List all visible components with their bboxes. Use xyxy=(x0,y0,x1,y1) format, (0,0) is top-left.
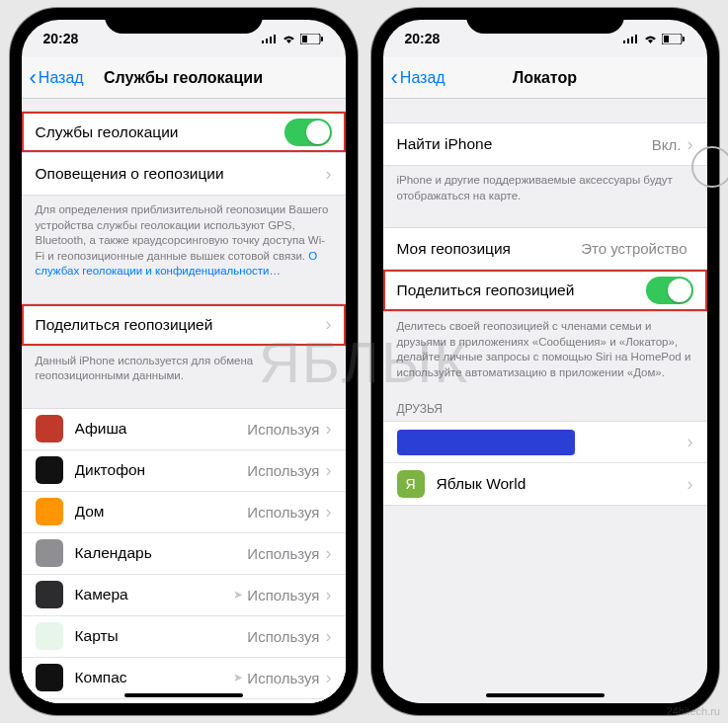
app-status: Используя xyxy=(247,504,319,521)
wifi-icon xyxy=(282,34,296,44)
location-arrow-icon: ➤ xyxy=(233,588,243,602)
chevron-right-icon: › xyxy=(326,419,332,440)
chevron-right-icon: › xyxy=(326,543,332,564)
svg-rect-1 xyxy=(266,39,268,43)
battery-icon xyxy=(662,34,686,44)
location-arrow-icon: ➤ xyxy=(233,671,243,684)
row-geo-alerts[interactable]: Оповещения о геопозиции › xyxy=(22,153,346,195)
corner-watermark: 24hitech.ru xyxy=(667,705,720,717)
row-location-services[interactable]: Службы геолокации xyxy=(22,112,346,153)
navbar: ‹ Назад Службы геолокации xyxy=(22,57,346,99)
row-share-location[interactable]: Поделиться геопозицией xyxy=(383,270,707,311)
battery-icon xyxy=(300,34,324,44)
row-app[interactable]: АфишаИспользуя› xyxy=(22,409,346,450)
row-app[interactable]: Локатор➤Используя› xyxy=(22,699,346,703)
chevron-right-icon: › xyxy=(326,585,332,605)
section-header-friends: ДРУЗЬЯ xyxy=(383,394,707,417)
row-label: Найти iPhone xyxy=(397,135,652,153)
app-status: Используя xyxy=(247,587,319,603)
app-name: Календарь xyxy=(75,544,248,562)
row-label: Яблык World xyxy=(437,475,688,493)
toggle-share-location[interactable] xyxy=(646,277,693,304)
app-icon xyxy=(36,539,63,567)
app-icon xyxy=(36,498,63,525)
annotation-circle xyxy=(691,146,729,188)
svg-rect-6 xyxy=(321,37,323,41)
back-label: Назад xyxy=(400,69,445,87)
app-status: Используя xyxy=(247,670,319,686)
svg-rect-0 xyxy=(262,40,264,43)
row-label: Моя геопозиция xyxy=(397,240,582,258)
app-status: Используя xyxy=(247,462,319,479)
row-share-location[interactable]: Поделиться геопозицией › xyxy=(22,304,346,346)
row-my-geoposition[interactable]: Моя геопозиция Это устройство xyxy=(383,228,707,270)
row-friend-redacted[interactable]: › xyxy=(383,422,707,463)
svg-rect-9 xyxy=(631,37,633,43)
chevron-left-icon: ‹ xyxy=(30,67,37,89)
signal-icon xyxy=(623,34,639,43)
app-icon xyxy=(36,664,63,691)
app-status: Используя xyxy=(247,545,319,562)
status-time: 20:28 xyxy=(405,31,441,46)
back-button[interactable]: ‹ Назад xyxy=(391,67,445,89)
chevron-right-icon: › xyxy=(326,626,332,647)
app-icon xyxy=(36,622,63,650)
chevron-right-icon: › xyxy=(326,314,332,335)
app-name: Диктофон xyxy=(75,461,248,479)
chevron-right-icon: › xyxy=(688,134,693,155)
app-name: Компас xyxy=(75,669,234,686)
home-indicator[interactable] xyxy=(124,693,243,697)
status-time: 20:28 xyxy=(43,31,79,46)
footer-text: iPhone и другие поддерживаемые аксессуар… xyxy=(383,166,707,203)
chevron-right-icon: › xyxy=(688,432,693,452)
redacted-content xyxy=(397,430,575,455)
notch xyxy=(466,8,624,34)
navbar: ‹ Назад Локатор xyxy=(383,57,707,99)
app-icon: Я xyxy=(397,470,425,498)
row-find-iphone[interactable]: Найти iPhone Вкл. › xyxy=(383,123,707,165)
svg-rect-3 xyxy=(274,35,276,43)
app-icon xyxy=(36,456,63,484)
row-app[interactable]: ДомИспользуя› xyxy=(22,492,346,533)
app-name: Дом xyxy=(75,503,248,521)
back-label: Назад xyxy=(39,69,84,87)
svg-rect-8 xyxy=(627,39,629,43)
phone-right: 20:28 ‹ Назад Локатор Найти iPhone xyxy=(371,8,719,715)
svg-rect-2 xyxy=(270,37,272,43)
row-app[interactable]: ДиктофонИспользуя› xyxy=(22,450,346,492)
chevron-right-icon: › xyxy=(326,164,332,185)
footer-text: Для определения приблизительной геопозиц… xyxy=(22,196,346,280)
row-app[interactable]: КартыИспользуя› xyxy=(22,616,346,658)
signal-icon xyxy=(262,34,278,43)
footer-text: Данный iPhone используется для обмена ге… xyxy=(22,347,346,384)
chevron-right-icon: › xyxy=(326,502,332,522)
row-app[interactable]: КалендарьИспользуя› xyxy=(22,533,346,575)
app-icon xyxy=(36,415,63,442)
svg-rect-13 xyxy=(683,37,685,41)
row-app[interactable]: Камера➤Используя› xyxy=(22,575,346,616)
toggle-location-services[interactable] xyxy=(284,119,332,146)
chevron-right-icon: › xyxy=(688,474,693,495)
row-label: Службы геолокации xyxy=(36,123,284,141)
wifi-icon xyxy=(643,34,658,44)
app-name: Камера xyxy=(75,586,234,603)
home-indicator[interactable] xyxy=(486,693,605,697)
svg-rect-7 xyxy=(623,40,625,43)
row-label: Поделиться геопозицией xyxy=(36,316,326,334)
app-name: Афиша xyxy=(75,420,248,438)
app-status: Используя xyxy=(247,421,319,438)
app-icon xyxy=(36,581,63,608)
back-button[interactable]: ‹ Назад xyxy=(30,67,84,89)
row-friend[interactable]: Я Яблык World › xyxy=(383,463,707,505)
svg-rect-12 xyxy=(664,36,669,42)
notch xyxy=(105,8,263,34)
svg-rect-5 xyxy=(302,36,307,42)
phone-left: 20:28 ‹ Назад Службы геолокации Службы г… xyxy=(10,8,358,715)
app-name: Карты xyxy=(75,627,248,645)
chevron-right-icon: › xyxy=(326,460,332,481)
svg-rect-10 xyxy=(635,35,637,43)
chevron-left-icon: ‹ xyxy=(391,67,398,89)
row-label: Поделиться геопозицией xyxy=(397,281,646,299)
row-value: Вкл. xyxy=(652,136,682,153)
chevron-right-icon: › xyxy=(326,668,332,688)
